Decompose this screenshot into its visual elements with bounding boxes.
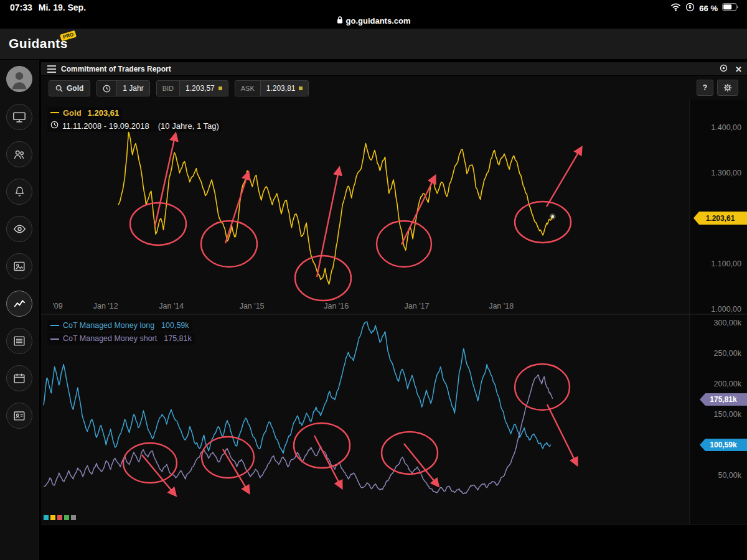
chart-period: (10 Jahre, 1 Tag) — [158, 120, 219, 132]
gold-series-swatch — [50, 112, 59, 113]
layer-swatch[interactable] — [50, 515, 55, 520]
axis-tick-label: Jan '12 — [93, 302, 118, 310]
gold-series-name: Gold — [63, 107, 82, 119]
cot-short-name: CoT Managed Money short — [63, 333, 157, 345]
axis-tick-label: '09 — [52, 302, 62, 310]
axis-tick-label: 300,00k — [714, 319, 742, 327]
cot-legend: CoT Managed Money long 100,59k CoT Manag… — [47, 318, 195, 345]
axis-tick-label: 250,00k — [714, 349, 742, 358]
annotation-arrow — [314, 436, 342, 488]
layer-swatch[interactable] — [57, 515, 62, 520]
chart-date-range: 11.11.2008 - 19.09.2018 — [62, 120, 149, 132]
annotation-arrow — [402, 176, 435, 245]
chart-layer-palette[interactable] — [44, 515, 76, 520]
axis-tick-label: 1.400,00 — [711, 123, 741, 132]
axis-tick-label: 150,00k — [714, 410, 742, 419]
cot-short-badge: 175,81k — [700, 393, 747, 406]
annotation-arrow — [547, 147, 581, 207]
clock-icon — [50, 120, 59, 132]
axis-tick-label: 1.300,00 — [711, 169, 741, 177]
axis-tick-label: 200,00k — [714, 380, 742, 388]
axis-tick-label: Jan '18 — [489, 302, 514, 310]
chart-canvas[interactable]: 1.400,001.300,001.100,001.000,00300,00k2… — [0, 0, 747, 560]
axis-tick-label: Jan '16 — [324, 302, 349, 310]
axis-tick-label: 1.000,00 — [711, 305, 741, 314]
axis-tick-label: Jan '14 — [159, 302, 184, 310]
gold-price-line — [118, 132, 553, 284]
cot-short-swatch — [50, 338, 59, 340]
gold-series-value: 1.203,61 — [88, 107, 120, 119]
annotation-circle — [201, 221, 257, 267]
cot-short-value: 175,81k — [164, 333, 191, 345]
layer-swatch[interactable] — [71, 515, 76, 520]
annotation-circle — [123, 443, 177, 483]
annotation-arrow — [225, 172, 248, 243]
axis-tick-label: 50,00k — [718, 471, 741, 480]
annotation-circle — [515, 202, 571, 243]
axis-tick-label: Jan '15 — [240, 302, 265, 310]
cot-long-badge: 100,59k — [700, 439, 747, 451]
layer-swatch[interactable] — [44, 515, 49, 520]
ipad-screen: 07:33 Mi. 19. Sep. 66 % go.guidants.com … — [0, 0, 747, 560]
annotation-circle — [295, 256, 351, 301]
annotation-arrow — [547, 404, 577, 465]
layer-swatch[interactable] — [64, 515, 69, 520]
cot-long-swatch — [50, 325, 59, 326]
gold-legend: Gold 1.203,61 11.11.2008 - 19.09.2018 (1… — [47, 105, 222, 132]
annotation-arrow — [317, 168, 339, 277]
annotation-arrow — [223, 449, 249, 493]
annotation-circle — [515, 364, 570, 410]
gold-price-badge: 1.203,61 — [693, 212, 747, 225]
annotation-circle — [382, 432, 438, 474]
axis-tick-label: Jan '17 — [405, 302, 430, 310]
axis-tick-label: 1.100,00 — [711, 259, 741, 268]
cot-long-value: 100,59k — [161, 320, 189, 332]
last-price-dot — [551, 215, 554, 218]
annotation-circle — [294, 423, 350, 468]
cot-long-name: CoT Managed Money long — [63, 320, 154, 332]
